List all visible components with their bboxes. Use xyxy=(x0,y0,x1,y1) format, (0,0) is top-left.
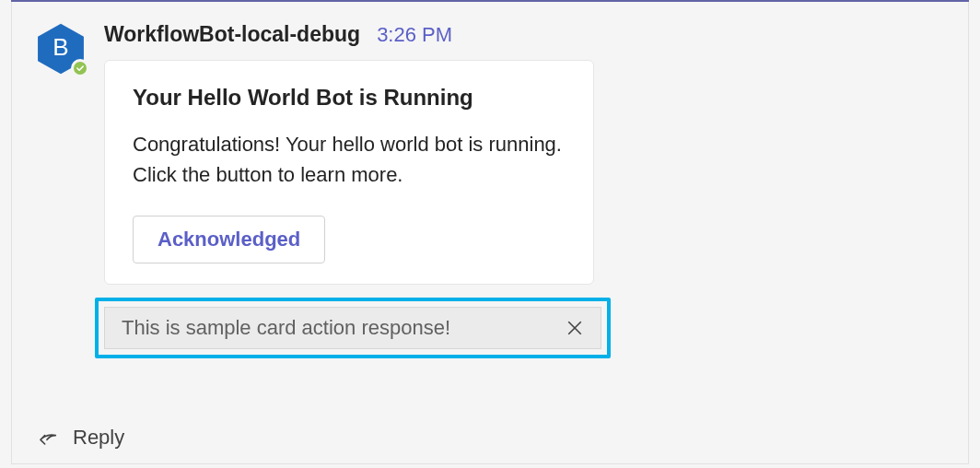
presence-available-icon xyxy=(71,59,89,77)
card-body-text: Congratulations! Your hello world bot is… xyxy=(133,129,566,190)
response-bar: This is sample card action response! xyxy=(104,307,601,349)
timestamp: 3:26 PM xyxy=(377,23,452,47)
message-row: B WorkflowBot-local-debug 3:26 PM Your H… xyxy=(34,17,946,358)
avatar[interactable]: B xyxy=(34,22,88,76)
message-header: WorkflowBot-local-debug 3:26 PM xyxy=(104,22,946,47)
card-title: Your Hello World Bot is Running xyxy=(133,85,566,111)
response-highlight-box: This is sample card action response! xyxy=(95,298,611,358)
reply-icon xyxy=(34,425,60,450)
message-body: WorkflowBot-local-debug 3:26 PM Your Hel… xyxy=(104,17,946,358)
sender-name: WorkflowBot-local-debug xyxy=(104,22,360,47)
chat-container: B WorkflowBot-local-debug 3:26 PM Your H… xyxy=(11,2,969,464)
adaptive-card: Your Hello World Bot is Running Congratu… xyxy=(104,60,594,285)
reply-button[interactable]: Reply xyxy=(34,425,124,450)
acknowledge-button[interactable]: Acknowledged xyxy=(133,216,325,263)
avatar-letter: B xyxy=(52,33,68,62)
close-icon[interactable] xyxy=(562,315,588,341)
reply-label: Reply xyxy=(73,426,124,450)
response-text: This is sample card action response! xyxy=(122,316,450,340)
